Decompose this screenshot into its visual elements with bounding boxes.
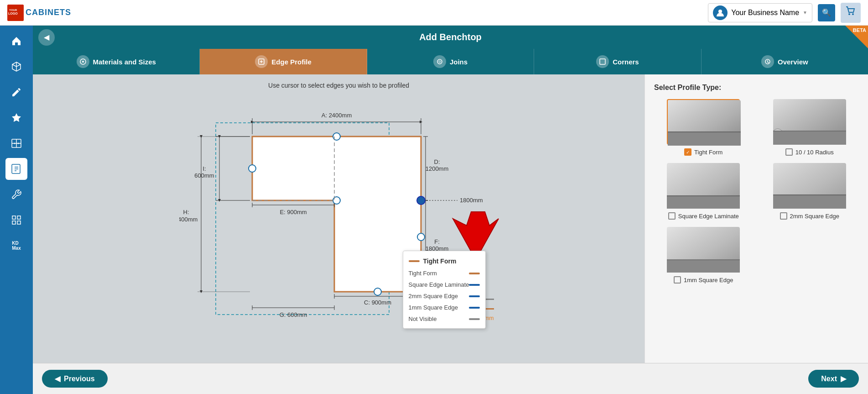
svg-point-67 — [417, 233, 425, 241]
svg-point-19 — [82, 61, 84, 63]
tab-overview[interactable]: Overview — [702, 49, 868, 74]
layout: KDMax ◀ Add Benchtop BETA Materials and … — [0, 26, 868, 394]
svg-text:LOGO: LOGO — [8, 12, 18, 15]
diagram-container: I: 600mm H: 2400mm A: 2400mm — [179, 109, 499, 328]
canvas-area: Use cursor to select edges you wish to b… — [33, 74, 645, 363]
sidebar-item-tool[interactable] — [5, 184, 27, 205]
svg-point-4 — [848, 13, 850, 15]
profile-label-10-10-radius: 10 / 10 Radius — [785, 148, 834, 156]
profile-checkbox-2mm-square[interactable] — [780, 212, 787, 220]
profile-checkbox-square-edge-lam[interactable] — [668, 212, 676, 220]
profile-square-edge-lam[interactable]: Square Edge Laminate — [654, 163, 753, 220]
svg-text:YOUR: YOUR — [9, 9, 17, 11]
popup-item-label-1: Square Edge Laminate — [409, 281, 469, 288]
user-dropdown[interactable]: Your Business Name ▼ — [708, 3, 812, 22]
svg-rect-80 — [667, 196, 740, 209]
popup-item-label-0: Tight Form — [409, 270, 437, 277]
sidebar-item-cabinet[interactable] — [5, 132, 27, 154]
svg-text:F:: F: — [434, 238, 440, 245]
sidebar-item-cube[interactable] — [5, 56, 27, 78]
popup-item-1[interactable]: Square Edge Laminate — [403, 279, 486, 290]
popup-item-2[interactable]: 2mm Square Edge — [403, 290, 486, 302]
tab-overview-icon — [761, 55, 774, 68]
profile-img-10-10-radius — [773, 99, 846, 145]
tab-corners[interactable]: Corners — [534, 49, 701, 74]
svg-rect-17 — [17, 221, 21, 224]
search-button[interactable]: 🔍 — [818, 4, 835, 21]
svg-point-5 — [852, 13, 854, 15]
profile-label-2mm-square: 2mm Square Edge — [780, 212, 839, 220]
sidebar-item-home[interactable] — [5, 30, 27, 52]
profile-img-1mm-square — [667, 227, 740, 273]
beta-badge: BETA — [845, 26, 868, 48]
svg-point-21 — [437, 59, 442, 64]
popup-item-not-visible[interactable]: Not Visible — [403, 313, 486, 325]
next-label: Next — [821, 375, 837, 383]
tab-edge-profile-icon — [255, 55, 268, 68]
top-bar: YOUR LOGO CABINETS Your Business Name ▼ … — [0, 0, 868, 26]
popup-item-label-3: 1mm Square Edge — [409, 304, 458, 311]
profile-1mm-square[interactable]: 1mm Square Edge — [654, 227, 753, 284]
profile-checkbox-10-10-radius[interactable] — [785, 148, 793, 156]
content-area: Use cursor to select edges you wish to b… — [33, 74, 868, 363]
profile-checkbox-tight-form[interactable]: ✓ — [684, 148, 691, 156]
tab-materials[interactable]: Materials and Sizes — [33, 49, 200, 74]
profile-label-1mm-square: 1mm Square Edge — [674, 276, 733, 284]
user-avatar — [713, 5, 728, 20]
popup-item-3[interactable]: 1mm Square Edge — [403, 302, 486, 313]
tab-joins-label: Joins — [450, 58, 468, 66]
main-content: ◀ Add Benchtop BETA Materials and Sizes … — [33, 26, 868, 394]
sidebar-item-grid[interactable] — [5, 209, 27, 231]
tab-overview-label: Overview — [778, 58, 808, 66]
sidebar-item-book[interactable] — [5, 158, 27, 180]
svg-rect-86 — [667, 260, 740, 273]
svg-text:E: 900mm: E: 900mm — [280, 209, 307, 215]
profile-checkbox-1mm-square[interactable] — [674, 276, 681, 284]
svg-rect-14 — [12, 216, 16, 219]
panel-title: Select Profile Type: — [654, 84, 859, 92]
back-button[interactable]: ◀ — [38, 29, 55, 46]
profile-2mm-square[interactable]: 2mm Square Edge — [760, 163, 859, 220]
sidebar-item-pencil[interactable] — [5, 81, 27, 103]
header-bar: ◀ Add Benchtop BETA — [33, 26, 868, 49]
right-panel: Select Profile Type: — [645, 74, 868, 363]
profile-name-tight-form: Tight Form — [694, 149, 722, 156]
profile-10-10-radius[interactable]: 10 / 10 Radius — [760, 99, 859, 156]
svg-point-9 — [14, 143, 16, 144]
cart-button[interactable] — [841, 3, 861, 23]
previous-button[interactable]: ◀ Previous — [42, 370, 108, 388]
popup-item-label-2: 2mm Square Edge — [409, 293, 458, 299]
svg-point-10 — [18, 143, 19, 144]
next-icon: ▶ — [841, 374, 846, 383]
popup-item-0[interactable]: Tight Form — [403, 268, 486, 279]
tab-corners-icon — [596, 55, 609, 68]
svg-point-68 — [374, 288, 381, 295]
tab-edge-profile[interactable]: Edge Profile — [200, 49, 367, 74]
next-button[interactable]: Next ▶ — [808, 370, 859, 388]
popup-title-swatch — [409, 260, 420, 262]
prev-icon: ◀ — [55, 374, 60, 383]
profile-img-2mm-square — [773, 163, 846, 209]
profile-tight-form[interactable]: ✓ Tight Form — [654, 99, 753, 156]
popup-item-label-not-visible: Not Visible — [409, 315, 437, 322]
profile-img-square-edge-lam — [667, 163, 740, 209]
svg-text:G: 600mm: G: 600mm — [279, 311, 307, 318]
svg-point-65 — [249, 165, 256, 172]
profile-grid: ✓ Tight Form — [654, 99, 859, 284]
svg-rect-16 — [12, 221, 16, 224]
svg-text:H:: H: — [183, 209, 189, 215]
bottom-nav: ◀ Previous Next ▶ — [33, 363, 868, 394]
svg-point-3 — [718, 10, 722, 13]
logo-icon: YOUR LOGO — [7, 5, 24, 21]
tab-joins[interactable]: Joins — [367, 49, 534, 74]
sidebar: KDMax — [0, 26, 33, 394]
logo-text: CABINETS — [26, 8, 71, 17]
tab-materials-label: Materials and Sizes — [93, 58, 156, 66]
profile-name-10-10-radius: 10 / 10 Radius — [795, 149, 834, 156]
sidebar-item-kd[interactable]: KDMax — [5, 235, 27, 257]
business-name: Your Business Name — [731, 9, 799, 17]
svg-text:A: 2400mm: A: 2400mm — [321, 112, 351, 119]
logo-area: YOUR LOGO CABINETS — [7, 5, 71, 21]
sidebar-item-star[interactable] — [5, 107, 27, 129]
popup-swatch-1 — [469, 284, 480, 286]
